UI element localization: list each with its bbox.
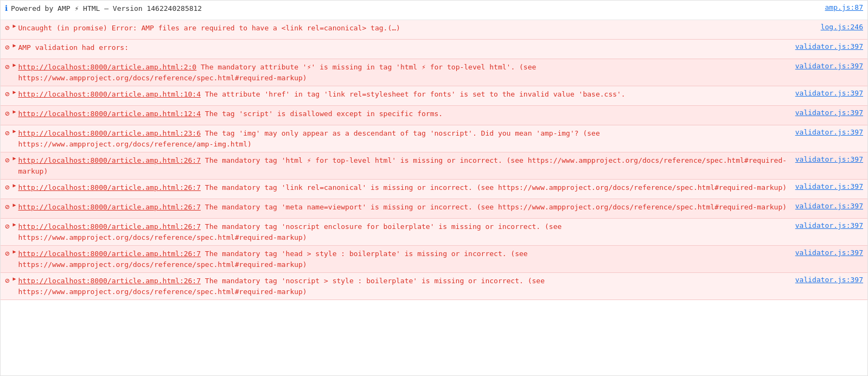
row-source[interactable]: validator.js:397 [795,182,863,190]
error-icon: ⊘ [5,249,9,258]
error-link[interactable]: http://localhost:8000/article.amp.html:2… [18,156,201,164]
row-left: ⊘ ▶ http://localhost:8000/article.amp.ht… [5,155,789,176]
row-content: http://localhost:8000/article.amp.html:2… [18,182,788,193]
row-content: http://localhost:8000/article.amp.html:1… [18,89,788,100]
row-content: http://localhost:8000/article.amp.html:2… [18,155,788,176]
error-message: The tag 'script' is disallowed except in… [201,110,443,118]
console-row-error-3: ⊘ ▶ http://localhost:8000/article.amp.ht… [1,59,867,86]
info-icon: ℹ [5,4,8,12]
row-left: ⊘ ▶ http://localhost:8000/article.amp.ht… [5,248,789,270]
console-row-error-8: ⊘ ▶ http://localhost:8000/article.amp.ht… [1,180,867,199]
error-link[interactable]: http://localhost:8000/article.amp.html:2… [18,129,201,137]
row-left: ⊘ ▶ http://localhost:8000/article.amp.ht… [5,89,789,100]
error-icon: ⊘ [5,183,9,192]
row-content: http://localhost:8000/article.amp.html:2… [18,248,788,270]
expand-triangle[interactable]: ▶ [12,202,16,208]
expand-triangle[interactable]: ▶ [12,182,16,188]
error-link[interactable]: http://localhost:8000/article.amp.html:1… [18,90,201,98]
row-source[interactable]: log.js:246 [821,23,863,31]
row-source[interactable]: validator.js:397 [795,89,863,97]
row-left: ⊘ ▶ http://localhost:8000/article.amp.ht… [5,202,789,213]
row-content: Powered by AMP ⚡ HTML — Version 14622402… [11,3,819,14]
row-left: ⊘ ▶ http://localhost:8000/article.amp.ht… [5,276,789,297]
expand-triangle[interactable]: ▶ [12,62,16,68]
expand-triangle[interactable]: ▶ [12,89,16,95]
console-row-error-7: ⊘ ▶ http://localhost:8000/article.amp.ht… [1,152,867,180]
row-source[interactable]: validator.js:397 [795,128,863,136]
row-content: http://localhost:8000/article.amp.html:2… [18,62,788,83]
row-content: http://localhost:8000/article.amp.html:1… [18,109,788,119]
expand-triangle[interactable]: ▶ [12,248,16,254]
row-source[interactable]: validator.js:397 [795,62,863,70]
error-icon: ⊘ [5,276,9,285]
error-icon: ⊘ [5,43,9,52]
row-left: ℹ Powered by AMP ⚡ HTML — Version 146224… [5,3,819,14]
row-content: http://localhost:8000/article.amp.html:2… [18,276,788,297]
row-left: ⊘ ▶ http://localhost:8000/article.amp.ht… [5,128,789,149]
error-link[interactable]: http://localhost:8000/article.amp.html:2… [18,222,201,231]
expand-triangle[interactable]: ▶ [12,276,16,282]
row-source[interactable]: validator.js:397 [795,155,863,163]
row-source[interactable]: validator.js:397 [795,202,863,210]
row-content: Uncaught (in promise) Error: AMP files a… [18,23,814,34]
error-link[interactable]: http://localhost:8000/article.amp.html:2… [18,183,201,192]
error-message: The attribute 'href' in tag 'link rel=st… [201,90,626,98]
error-icon: ⊘ [5,129,9,137]
row-source[interactable]: validator.js:397 [795,109,863,117]
console-row-error-1: ⊘ ▶ Uncaught (in promise) Error: AMP fil… [1,20,867,40]
console-row-error-2: ⊘ ▶ AMP validation had errors: validator… [1,40,867,59]
error-icon: ⊘ [5,109,9,118]
expand-triangle[interactable]: ▶ [12,221,16,227]
row-source[interactable]: validator.js:397 [795,276,863,284]
error-link[interactable]: http://localhost:8000/article.amp.html:2… [18,203,201,211]
row-source[interactable]: validator.js:397 [795,248,863,257]
error-icon: ⊘ [5,90,9,98]
console-row-error-11: ⊘ ▶ http://localhost:8000/article.amp.ht… [1,246,867,273]
row-content: AMP validation had errors: [18,42,788,53]
error-message: The mandatory tag 'link rel=canonical' i… [201,183,787,192]
error-link[interactable]: http://localhost:8000/article.amp.html:2… [18,250,201,258]
error-icon: ⊘ [5,202,9,211]
console-panel: ℹ Powered by AMP ⚡ HTML — Version 146224… [0,0,868,376]
expand-triangle[interactable]: ▶ [12,128,16,134]
row-left: ⊘ ▶ http://localhost:8000/article.amp.ht… [5,182,789,193]
console-row-error-6: ⊘ ▶ http://localhost:8000/article.amp.ht… [1,125,867,152]
row-content: http://localhost:8000/article.amp.html:2… [18,221,788,243]
row-source[interactable]: validator.js:397 [795,42,863,50]
console-row-info: ℹ Powered by AMP ⚡ HTML — Version 146224… [1,1,867,20]
row-left: ⊘ ▶ Uncaught (in promise) Error: AMP fil… [5,23,814,34]
expand-triangle[interactable]: ▶ [12,42,16,48]
expand-triangle[interactable]: ▶ [12,109,16,114]
row-source[interactable]: validator.js:397 [795,221,863,230]
error-link[interactable]: http://localhost:8000/article.amp.html:2… [18,277,201,285]
row-left: ⊘ ▶ http://localhost:8000/article.amp.ht… [5,62,789,83]
row-left: ⊘ ▶ http://localhost:8000/article.amp.ht… [5,109,789,119]
row-left: ⊘ ▶ AMP validation had errors: [5,42,789,53]
row-content: http://localhost:8000/article.amp.html:2… [18,202,788,213]
error-icon: ⊘ [5,62,9,71]
error-link[interactable]: http://localhost:8000/article.amp.html:1… [18,110,201,118]
console-row-error-12: ⊘ ▶ http://localhost:8000/article.amp.ht… [1,273,867,300]
console-row-error-9: ⊘ ▶ http://localhost:8000/article.amp.ht… [1,199,867,219]
error-icon: ⊘ [5,23,9,32]
row-left: ⊘ ▶ http://localhost:8000/article.amp.ht… [5,221,789,243]
error-link[interactable]: http://localhost:8000/article.amp.html:2… [18,63,196,71]
row-source[interactable]: amp.js:87 [825,3,863,11]
error-icon: ⊘ [5,156,9,164]
row-content: http://localhost:8000/article.amp.html:2… [18,128,788,149]
error-icon: ⊘ [5,222,9,231]
expand-triangle[interactable]: ▶ [12,155,16,161]
error-message: The mandatory tag 'meta name=viewport' i… [201,203,787,211]
expand-triangle[interactable]: ▶ [12,23,16,29]
console-row-error-5: ⊘ ▶ http://localhost:8000/article.amp.ht… [1,106,867,125]
console-row-error-4: ⊘ ▶ http://localhost:8000/article.amp.ht… [1,86,867,106]
console-row-error-10: ⊘ ▶ http://localhost:8000/article.amp.ht… [1,219,867,246]
